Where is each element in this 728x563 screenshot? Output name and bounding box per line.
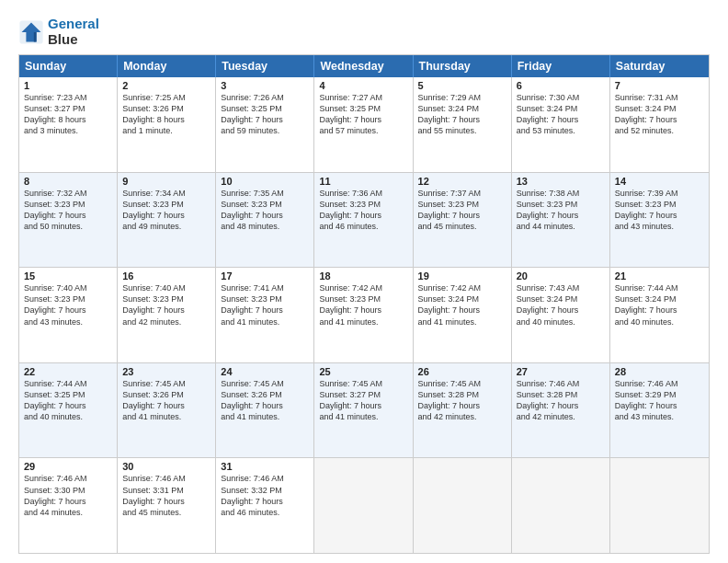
- day-cell-13: 13Sunrise: 7:38 AM Sunset: 3:23 PM Dayli…: [512, 173, 610, 268]
- day-info: Sunrise: 7:39 AM Sunset: 3:23 PM Dayligh…: [615, 188, 704, 233]
- day-number: 6: [517, 80, 605, 91]
- day-number: 16: [122, 270, 210, 282]
- day-info: Sunrise: 7:46 AM Sunset: 3:28 PM Dayligh…: [517, 378, 605, 423]
- day-info: Sunrise: 7:23 AM Sunset: 3:27 PM Dayligh…: [24, 92, 112, 137]
- day-cell-18: 18Sunrise: 7:42 AM Sunset: 3:23 PM Dayli…: [314, 268, 413, 362]
- logo: General Blue: [18, 17, 99, 47]
- day-cell-11: 11Sunrise: 7:36 AM Sunset: 3:23 PM Dayli…: [314, 173, 413, 268]
- header-day-sunday: Sunday: [19, 55, 118, 77]
- day-info: Sunrise: 7:41 AM Sunset: 3:23 PM Dayligh…: [221, 282, 309, 327]
- day-number: 12: [418, 176, 506, 187]
- day-number: 30: [122, 461, 210, 472]
- day-number: 13: [517, 176, 605, 187]
- day-cell-2: 2Sunrise: 7:25 AM Sunset: 3:26 PM Daylig…: [118, 77, 216, 172]
- day-cell-25: 25Sunrise: 7:45 AM Sunset: 3:27 PM Dayli…: [314, 363, 413, 458]
- day-cell-5: 5Sunrise: 7:29 AM Sunset: 3:24 PM Daylig…: [414, 77, 512, 172]
- day-number: 24: [221, 366, 309, 377]
- header-day-friday: Friday: [512, 55, 610, 77]
- day-cell-16: 16Sunrise: 7:40 AM Sunset: 3:23 PM Dayli…: [118, 268, 216, 362]
- day-number: 2: [122, 80, 210, 91]
- day-info: Sunrise: 7:45 AM Sunset: 3:26 PM Dayligh…: [122, 378, 210, 423]
- day-number: 14: [615, 176, 704, 187]
- day-cell-24: 24Sunrise: 7:45 AM Sunset: 3:26 PM Dayli…: [216, 363, 314, 458]
- logo-text: General Blue: [48, 17, 99, 47]
- header-day-thursday: Thursday: [414, 55, 512, 77]
- header-day-wednesday: Wednesday: [314, 55, 413, 77]
- day-number: 11: [319, 176, 407, 187]
- header-day-monday: Monday: [118, 55, 216, 77]
- calendar-row-1: 1Sunrise: 7:23 AM Sunset: 3:27 PM Daylig…: [19, 77, 709, 172]
- day-cell-8: 8Sunrise: 7:32 AM Sunset: 3:23 PM Daylig…: [19, 173, 118, 268]
- day-cell-4: 4Sunrise: 7:27 AM Sunset: 3:25 PM Daylig…: [314, 77, 413, 172]
- day-number: 22: [24, 366, 112, 377]
- day-info: Sunrise: 7:30 AM Sunset: 3:24 PM Dayligh…: [517, 92, 605, 137]
- day-info: Sunrise: 7:36 AM Sunset: 3:23 PM Dayligh…: [319, 188, 407, 233]
- day-info: Sunrise: 7:43 AM Sunset: 3:24 PM Dayligh…: [517, 282, 605, 327]
- day-info: Sunrise: 7:42 AM Sunset: 3:23 PM Dayligh…: [319, 282, 407, 327]
- calendar-body: 1Sunrise: 7:23 AM Sunset: 3:27 PM Daylig…: [19, 77, 709, 553]
- day-info: Sunrise: 7:35 AM Sunset: 3:23 PM Dayligh…: [221, 188, 309, 233]
- day-number: 1: [24, 80, 112, 91]
- day-number: 20: [517, 270, 605, 282]
- calendar: SundayMondayTuesdayWednesdayThursdayFrid…: [18, 54, 710, 554]
- day-info: Sunrise: 7:44 AM Sunset: 3:24 PM Dayligh…: [615, 282, 704, 327]
- logo-icon: [18, 19, 44, 45]
- page-header: General Blue: [18, 17, 710, 47]
- day-cell-30: 30Sunrise: 7:46 AM Sunset: 3:31 PM Dayli…: [118, 458, 216, 553]
- empty-cell: [414, 458, 512, 553]
- day-info: Sunrise: 7:31 AM Sunset: 3:24 PM Dayligh…: [615, 92, 704, 137]
- day-cell-29: 29Sunrise: 7:46 AM Sunset: 3:30 PM Dayli…: [19, 458, 118, 553]
- day-info: Sunrise: 7:45 AM Sunset: 3:27 PM Dayligh…: [319, 378, 407, 423]
- day-cell-12: 12Sunrise: 7:37 AM Sunset: 3:23 PM Dayli…: [414, 173, 512, 268]
- day-number: 9: [122, 176, 210, 187]
- day-info: Sunrise: 7:27 AM Sunset: 3:25 PM Dayligh…: [319, 92, 407, 137]
- day-number: 4: [319, 80, 407, 91]
- day-number: 7: [615, 80, 704, 91]
- day-info: Sunrise: 7:45 AM Sunset: 3:26 PM Dayligh…: [221, 378, 309, 423]
- day-number: 5: [418, 80, 506, 91]
- day-number: 31: [221, 461, 309, 472]
- day-cell-1: 1Sunrise: 7:23 AM Sunset: 3:27 PM Daylig…: [19, 77, 118, 172]
- day-info: Sunrise: 7:25 AM Sunset: 3:26 PM Dayligh…: [122, 92, 210, 137]
- day-cell-27: 27Sunrise: 7:46 AM Sunset: 3:28 PM Dayli…: [512, 363, 610, 458]
- calendar-row-4: 22Sunrise: 7:44 AM Sunset: 3:25 PM Dayli…: [19, 362, 709, 458]
- header-day-saturday: Saturday: [610, 55, 709, 77]
- day-cell-19: 19Sunrise: 7:42 AM Sunset: 3:24 PM Dayli…: [414, 268, 512, 362]
- day-info: Sunrise: 7:29 AM Sunset: 3:24 PM Dayligh…: [418, 92, 506, 137]
- day-info: Sunrise: 7:42 AM Sunset: 3:24 PM Dayligh…: [418, 282, 506, 327]
- day-number: 15: [24, 270, 112, 282]
- calendar-row-2: 8Sunrise: 7:32 AM Sunset: 3:23 PM Daylig…: [19, 172, 709, 268]
- calendar-header: SundayMondayTuesdayWednesdayThursdayFrid…: [19, 55, 709, 77]
- empty-cell: [610, 458, 709, 553]
- day-cell-10: 10Sunrise: 7:35 AM Sunset: 3:23 PM Dayli…: [216, 173, 314, 268]
- day-number: 8: [24, 176, 112, 187]
- day-info: Sunrise: 7:34 AM Sunset: 3:23 PM Dayligh…: [122, 188, 210, 233]
- day-number: 3: [221, 80, 309, 91]
- day-info: Sunrise: 7:46 AM Sunset: 3:31 PM Dayligh…: [122, 473, 210, 518]
- day-cell-7: 7Sunrise: 7:31 AM Sunset: 3:24 PM Daylig…: [610, 77, 709, 172]
- day-cell-14: 14Sunrise: 7:39 AM Sunset: 3:23 PM Dayli…: [610, 173, 709, 268]
- day-info: Sunrise: 7:46 AM Sunset: 3:29 PM Dayligh…: [615, 378, 704, 423]
- day-cell-6: 6Sunrise: 7:30 AM Sunset: 3:24 PM Daylig…: [512, 77, 610, 172]
- day-cell-22: 22Sunrise: 7:44 AM Sunset: 3:25 PM Dayli…: [19, 363, 118, 458]
- day-cell-23: 23Sunrise: 7:45 AM Sunset: 3:26 PM Dayli…: [118, 363, 216, 458]
- header-day-tuesday: Tuesday: [216, 55, 314, 77]
- day-info: Sunrise: 7:40 AM Sunset: 3:23 PM Dayligh…: [122, 282, 210, 327]
- day-cell-17: 17Sunrise: 7:41 AM Sunset: 3:23 PM Dayli…: [216, 268, 314, 362]
- day-number: 29: [24, 461, 112, 472]
- day-number: 26: [418, 366, 506, 377]
- day-number: 21: [615, 270, 704, 282]
- calendar-row-5: 29Sunrise: 7:46 AM Sunset: 3:30 PM Dayli…: [19, 457, 709, 553]
- day-number: 19: [418, 270, 506, 282]
- day-number: 17: [221, 270, 309, 282]
- day-info: Sunrise: 7:38 AM Sunset: 3:23 PM Dayligh…: [517, 188, 605, 233]
- day-number: 10: [221, 176, 309, 187]
- day-cell-3: 3Sunrise: 7:26 AM Sunset: 3:25 PM Daylig…: [216, 77, 314, 172]
- day-cell-28: 28Sunrise: 7:46 AM Sunset: 3:29 PM Dayli…: [610, 363, 709, 458]
- day-cell-15: 15Sunrise: 7:40 AM Sunset: 3:23 PM Dayli…: [19, 268, 118, 362]
- day-cell-26: 26Sunrise: 7:45 AM Sunset: 3:28 PM Dayli…: [414, 363, 512, 458]
- day-cell-21: 21Sunrise: 7:44 AM Sunset: 3:24 PM Dayli…: [610, 268, 709, 362]
- day-number: 27: [517, 366, 605, 377]
- day-info: Sunrise: 7:40 AM Sunset: 3:23 PM Dayligh…: [24, 282, 112, 327]
- day-number: 23: [122, 366, 210, 377]
